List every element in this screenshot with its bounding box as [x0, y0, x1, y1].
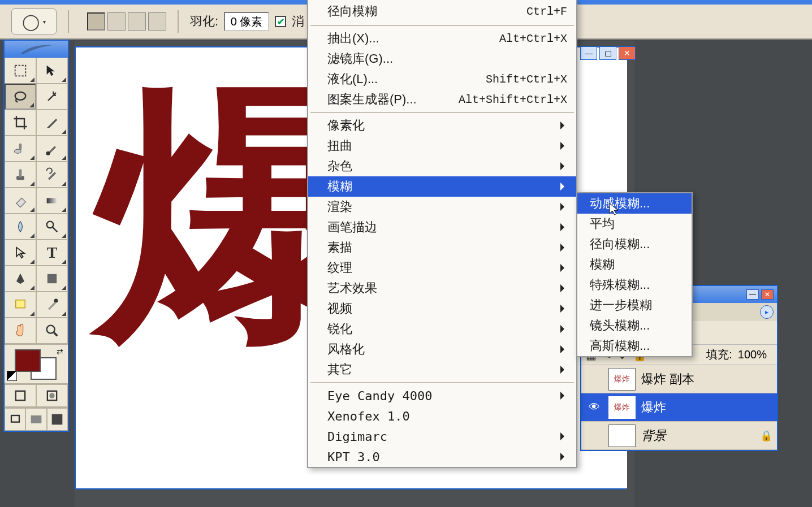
- menu-digimarc[interactable]: Digimarc: [308, 426, 576, 447]
- lasso-tool[interactable]: [5, 84, 36, 110]
- move-tool[interactable]: [36, 58, 68, 84]
- menu-filter-gallery[interactable]: 滤镜库(G)...: [308, 49, 576, 69]
- menu-sketch[interactable]: 素描: [308, 237, 576, 258]
- menu-artistic[interactable]: 艺术效果: [308, 278, 576, 298]
- lock-icon: 🔒: [760, 430, 772, 442]
- screen-standard-button[interactable]: [5, 408, 25, 431]
- visibility-toggle[interactable]: 👁: [586, 401, 603, 414]
- selection-subtract-button[interactable]: [128, 12, 146, 31]
- menu-eyecandy[interactable]: Eye Candy 4000: [308, 385, 576, 406]
- svg-rect-9: [47, 274, 57, 283]
- blur-tool[interactable]: [5, 214, 36, 240]
- selection-add-button[interactable]: [107, 12, 126, 31]
- pen-tool[interactable]: [5, 266, 36, 292]
- layer-thumbnail[interactable]: 爆炸: [608, 368, 636, 391]
- menu-xenofex[interactable]: Xenofex 1.0: [308, 406, 576, 426]
- submenu-arrow-icon: [560, 142, 568, 150]
- slice-tool[interactable]: [36, 110, 68, 136]
- menu-brush-strokes[interactable]: 画笔描边: [308, 217, 576, 237]
- layer-name[interactable]: 爆炸: [641, 399, 666, 416]
- menu-last-filter[interactable]: 径向模糊 Ctrl+F: [308, 0, 576, 23]
- menu-blur[interactable]: 模糊: [308, 176, 576, 197]
- panel-minimize-button[interactable]: —: [746, 289, 759, 300]
- selection-new-button[interactable]: [87, 12, 105, 31]
- eyedropper-tool[interactable]: [36, 292, 68, 318]
- antialias-checkbox[interactable]: ✔: [275, 16, 286, 27]
- menu-texture[interactable]: 纹理: [308, 258, 576, 278]
- submenu-radial-blur[interactable]: 径向模糊...: [577, 234, 692, 254]
- svg-rect-3: [19, 144, 22, 150]
- magic-wand-tool[interactable]: [36, 84, 68, 110]
- menu-pattern-maker[interactable]: 图案生成器(P)...Alt+Shift+Ctrl+X: [308, 89, 576, 110]
- svg-point-4: [46, 151, 50, 155]
- standard-mode-button[interactable]: [5, 384, 36, 407]
- foreground-color-swatch[interactable]: [15, 349, 41, 372]
- layer-row[interactable]: 背景 🔒: [581, 422, 777, 450]
- menu-kpt[interactable]: KPT 3.0: [308, 447, 576, 467]
- submenu-lens-blur[interactable]: 镜头模糊...: [577, 315, 692, 336]
- dodge-tool[interactable]: [36, 214, 68, 240]
- menu-other[interactable]: 其它: [308, 359, 576, 380]
- path-selection-tool[interactable]: [5, 240, 36, 266]
- menu-distort[interactable]: 扭曲: [308, 136, 576, 156]
- menu-render[interactable]: 渲染: [308, 197, 576, 217]
- layer-thumbnail[interactable]: [608, 424, 636, 447]
- minimize-button[interactable]: —: [580, 46, 597, 60]
- layer-row[interactable]: 爆炸 爆炸 副本: [581, 365, 777, 393]
- shape-tool[interactable]: [36, 266, 68, 292]
- submenu-smart-blur[interactable]: 特殊模糊...: [577, 275, 692, 295]
- menu-noise[interactable]: 杂色: [308, 156, 576, 176]
- svg-rect-18: [52, 414, 63, 425]
- svg-rect-7: [47, 198, 58, 203]
- layer-list: 爆炸 爆炸 副本 👁 爆炸 爆炸 背景 🔒: [581, 365, 777, 450]
- fill-value[interactable]: 100%: [738, 348, 767, 361]
- maximize-button[interactable]: ▢: [599, 46, 616, 60]
- default-colors-icon[interactable]: [7, 371, 17, 381]
- screen-full-button[interactable]: [47, 408, 68, 431]
- menu-pixelate[interactable]: 像素化: [308, 115, 576, 136]
- svg-rect-6: [19, 170, 22, 177]
- swap-colors-icon[interactable]: ⇄: [57, 347, 63, 356]
- toolbox-header[interactable]: [5, 41, 68, 58]
- submenu-arrow-icon: [560, 284, 568, 292]
- zoom-tool[interactable]: [36, 318, 68, 344]
- crop-tool[interactable]: [5, 110, 36, 136]
- close-button[interactable]: ✕: [619, 46, 636, 60]
- screen-menubar-button[interactable]: [25, 408, 46, 431]
- submenu-gaussian-blur[interactable]: 高斯模糊...: [577, 336, 692, 356]
- menu-sharpen[interactable]: 锐化: [308, 319, 576, 339]
- layer-name[interactable]: 背景: [641, 427, 666, 444]
- menu-video[interactable]: 视频: [308, 298, 576, 319]
- brush-tool[interactable]: [36, 136, 68, 162]
- layer-row[interactable]: 👁 爆炸 爆炸: [581, 393, 777, 422]
- chevron-down-icon: ▾: [43, 19, 46, 25]
- submenu-average[interactable]: 平均: [577, 214, 692, 234]
- hand-tool[interactable]: [5, 318, 36, 344]
- panel-menu-button[interactable]: ▸: [760, 305, 774, 319]
- menu-extract[interactable]: 抽出(X)...Alt+Ctrl+X: [308, 28, 576, 49]
- eraser-tool[interactable]: [5, 188, 36, 214]
- notes-tool[interactable]: [5, 292, 36, 318]
- layer-thumbnail[interactable]: 爆炸: [608, 396, 636, 419]
- panel-close-button[interactable]: ✕: [761, 289, 774, 300]
- feather-input[interactable]: [224, 12, 269, 31]
- submenu-blur-more[interactable]: 进一步模糊: [577, 295, 692, 315]
- blur-submenu: 动感模糊... 平均 径向模糊... 模糊 特殊模糊... 进一步模糊 镜头模糊…: [576, 192, 693, 357]
- clone-stamp-tool[interactable]: [5, 162, 36, 188]
- selection-intersect-button[interactable]: [148, 12, 166, 31]
- svg-point-11: [54, 299, 58, 303]
- submenu-blur[interactable]: 模糊: [577, 254, 692, 275]
- tool-preset-picker[interactable]: ◯ ▾: [11, 8, 57, 34]
- submenu-motion-blur[interactable]: 动感模糊...: [577, 193, 692, 214]
- quick-mask-button[interactable]: [36, 384, 68, 407]
- submenu-arrow-icon: [560, 122, 568, 129]
- feather-icon: [19, 43, 53, 55]
- menu-stylize[interactable]: 风格化: [308, 339, 576, 359]
- history-brush-tool[interactable]: [36, 162, 68, 188]
- layer-name[interactable]: 爆炸 副本: [641, 371, 694, 388]
- marquee-tool[interactable]: [5, 58, 36, 84]
- menu-liquify[interactable]: 液化(L)...Shift+Ctrl+X: [308, 69, 576, 89]
- gradient-tool[interactable]: [36, 188, 68, 214]
- type-tool[interactable]: T: [36, 240, 68, 266]
- healing-brush-tool[interactable]: [5, 136, 36, 162]
